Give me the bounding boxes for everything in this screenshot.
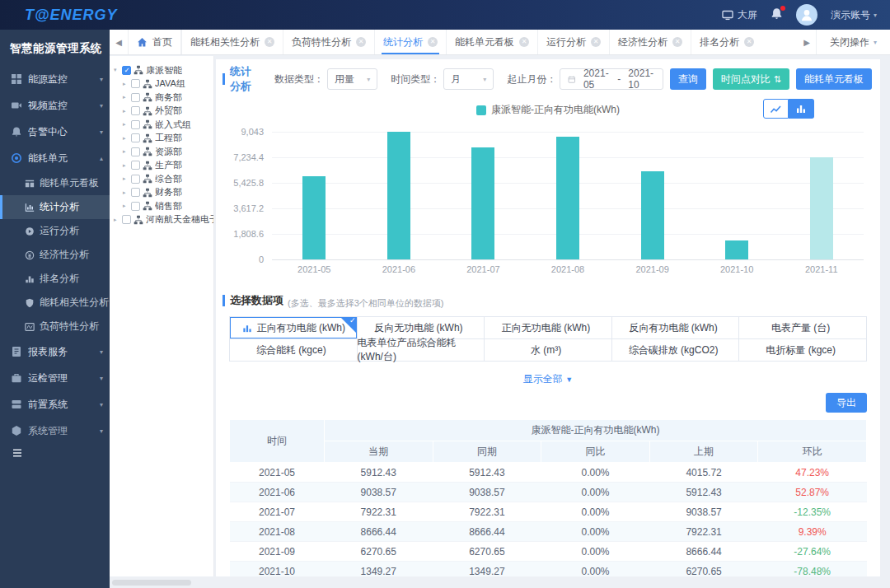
data-item-综合碳排放 (kgCO2)[interactable]: 综合碳排放 (kgCO2) xyxy=(612,339,740,362)
close-icon[interactable]: ✕ xyxy=(265,37,274,47)
data-item-正向有功电能 (kWh)[interactable]: 正向有功电能 (kWh)✓ xyxy=(230,317,358,339)
horizontal-scrollbar[interactable] xyxy=(112,580,191,586)
tree-node[interactable]: ▸工程部 xyxy=(114,132,213,146)
tree-node[interactable]: ▸河南航天金穗电子有 xyxy=(114,213,213,227)
sidebar-subitem-排名分析[interactable]: 排名分析 xyxy=(0,267,110,291)
tree-checkbox[interactable] xyxy=(131,161,140,170)
tree-checkbox[interactable] xyxy=(131,147,140,156)
unit-board-button[interactable]: 能耗单元看板 xyxy=(796,68,872,90)
bar-2021-11[interactable] xyxy=(810,157,833,259)
chevron-right-icon[interactable]: ▸ xyxy=(123,135,130,142)
avatar[interactable] xyxy=(796,4,817,26)
big-screen-button[interactable]: 大屏 xyxy=(722,8,757,22)
tab-能耗相关性分析[interactable]: 能耗相关性分析✕ xyxy=(181,30,283,54)
close-icon[interactable]: ✕ xyxy=(591,37,601,47)
tree-node[interactable]: ▸JAVA组 xyxy=(114,77,213,91)
tree-checkbox[interactable] xyxy=(131,202,140,211)
tree-checkbox[interactable] xyxy=(131,106,140,115)
tabs-scroll-right-icon[interactable]: ▶ xyxy=(798,30,816,54)
chart-bar-slot[interactable] xyxy=(779,132,864,259)
bar-2021-06[interactable] xyxy=(387,132,410,259)
chevron-right-icon[interactable]: ▸ xyxy=(123,81,130,87)
tree-node[interactable]: ▸嵌入式组 xyxy=(114,118,213,132)
tabs-scroll-left-icon[interactable]: ◀ xyxy=(110,30,128,54)
tree-checkbox[interactable] xyxy=(131,120,140,129)
close-icon[interactable]: ✕ xyxy=(519,37,529,47)
bar-2021-09[interactable] xyxy=(641,171,664,259)
data-item-水 (m³)[interactable]: 水 (m³) xyxy=(485,339,612,362)
tab-统计分析[interactable]: 统计分析✕ xyxy=(374,30,446,54)
tree-checkbox[interactable] xyxy=(122,215,131,224)
sidebar-item-系统管理[interactable]: 系统管理▾ xyxy=(0,418,110,444)
chevron-right-icon[interactable]: ▸ xyxy=(123,108,130,114)
bar-2021-08[interactable] xyxy=(556,137,579,259)
tree-node[interactable]: ▸财务部 xyxy=(114,186,213,200)
chart-bar-slot[interactable] xyxy=(272,132,357,259)
close-icon[interactable]: ✕ xyxy=(672,37,682,47)
account-menu[interactable]: 演示账号 ▾ xyxy=(831,8,877,22)
tab-经济性分析[interactable]: 经济性分析✕ xyxy=(609,30,691,54)
close-icon[interactable]: ✕ xyxy=(744,37,754,47)
sidebar-subitem-负荷特性分析[interactable]: 负荷特性分析 xyxy=(0,315,110,338)
data-item-电折标量 (kgce)[interactable]: 电折标量 (kgce) xyxy=(739,339,867,362)
bar-2021-10[interactable] xyxy=(725,240,748,259)
sidebar-item-运检管理[interactable]: 运检管理▾ xyxy=(0,365,110,391)
chart-bar-slot[interactable] xyxy=(695,132,780,259)
tree-node[interactable]: ▸商务部 xyxy=(114,91,213,105)
chevron-right-icon[interactable]: ▸ xyxy=(123,162,130,169)
data-item-反向有功电能 (kWh)[interactable]: 反向有功电能 (kWh) xyxy=(612,317,740,339)
tree-checkbox[interactable] xyxy=(122,66,131,75)
notifications-button[interactable] xyxy=(771,7,783,22)
sidebar-subitem-运行分析[interactable]: 运行分析 xyxy=(0,219,110,243)
chart-bar-slot[interactable] xyxy=(441,132,526,259)
chevron-right-icon[interactable]: ▸ xyxy=(123,121,130,128)
line-chart-toggle[interactable] xyxy=(763,99,789,119)
export-button[interactable]: 导出 xyxy=(826,393,867,413)
chart-bar-slot[interactable] xyxy=(357,132,442,259)
chart-bar-slot[interactable] xyxy=(526,132,611,259)
tree-node[interactable]: ▾康派智能 xyxy=(114,63,213,77)
chart-bar-slot[interactable] xyxy=(610,132,695,259)
tree-node[interactable]: ▸生产部 xyxy=(114,159,213,173)
tree-checkbox[interactable] xyxy=(131,188,140,197)
chevron-right-icon[interactable]: ▸ xyxy=(123,203,130,209)
sidebar-item-能源监控[interactable]: 能源监控▾ xyxy=(0,66,110,92)
chevron-right-icon[interactable]: ▸ xyxy=(123,189,130,196)
data-item-正向无功电能 (kWh)[interactable]: 正向无功电能 (kWh) xyxy=(485,317,612,339)
tree-checkbox[interactable] xyxy=(131,133,140,142)
tree-node[interactable]: ▸销售部 xyxy=(114,199,213,213)
data-item-综合能耗 (kgce)[interactable]: 综合能耗 (kgce) xyxy=(230,339,358,362)
sidebar-item-报表服务[interactable]: 报表服务▾ xyxy=(0,338,110,365)
chevron-right-icon[interactable]: ▸ xyxy=(114,217,121,223)
tree-node[interactable]: ▸资源部 xyxy=(114,145,213,159)
sidebar-collapse-toggle[interactable] xyxy=(11,447,24,459)
chevron-right-icon[interactable]: ▸ xyxy=(123,148,130,155)
month-range-input[interactable]: 2021-05 - 2021-10 xyxy=(560,68,663,90)
sidebar-subitem-经济性分析[interactable]: 经济性分析 xyxy=(0,243,110,267)
chevron-right-icon[interactable]: ▸ xyxy=(123,94,130,100)
query-button[interactable]: 查询 xyxy=(670,68,706,90)
sidebar-subitem-统计分析[interactable]: 统计分析 xyxy=(0,195,110,219)
tab-home[interactable]: 首页 xyxy=(128,30,181,54)
tab-排名分析[interactable]: 排名分析✕ xyxy=(691,30,762,54)
sidebar-item-能耗单元[interactable]: 能耗单元▴ xyxy=(0,145,110,171)
time-type-select[interactable]: 月 ▾ xyxy=(443,68,494,90)
sidebar-item-前置系统[interactable]: 前置系统▾ xyxy=(0,391,110,418)
tree-checkbox[interactable] xyxy=(131,79,140,88)
tree-checkbox[interactable] xyxy=(131,175,140,184)
close-icon[interactable]: ✕ xyxy=(428,37,438,47)
bar-2021-05[interactable] xyxy=(302,176,326,259)
bar-chart-toggle[interactable] xyxy=(789,99,814,119)
data-item-电表单位产品综合能耗 (kWh/台)[interactable]: 电表单位产品综合能耗 (kWh/台) xyxy=(358,339,485,362)
data-type-select[interactable]: 用量 ▾ xyxy=(327,68,377,90)
tab-运行分析[interactable]: 运行分析✕ xyxy=(537,30,609,54)
tree-node[interactable]: ▸综合部 xyxy=(114,172,213,186)
close-icon[interactable]: ✕ xyxy=(356,37,366,47)
show-all-toggle[interactable]: 显示全部 ▼ xyxy=(216,372,880,386)
sidebar-item-视频监控[interactable]: 视频监控▾ xyxy=(0,92,110,119)
bar-2021-07[interactable] xyxy=(471,147,494,259)
data-item-电表产量 (台)[interactable]: 电表产量 (台) xyxy=(739,317,867,339)
sidebar-subitem-能耗单元看板[interactable]: 能耗单元看板 xyxy=(0,171,110,195)
close-operations-menu[interactable]: 关闭操作 ▾ xyxy=(816,30,890,54)
sidebar-subitem-能耗相关性分析[interactable]: 能耗相关性分析 xyxy=(0,291,110,315)
